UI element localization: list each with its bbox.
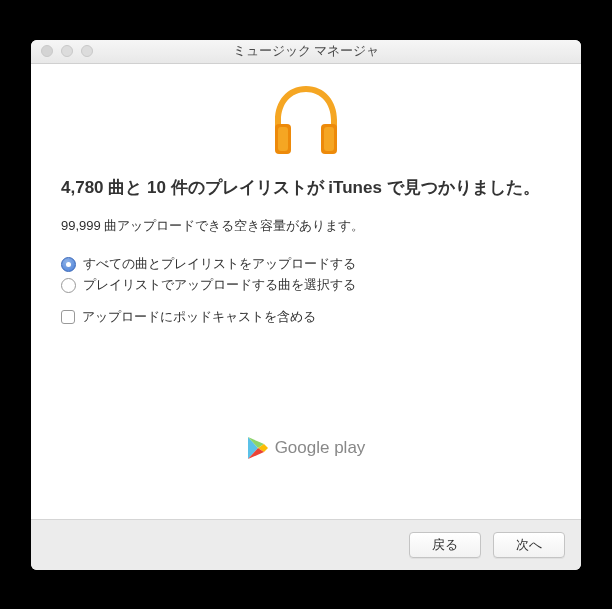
svg-rect-3 xyxy=(324,127,334,151)
radio-label-select: プレイリストでアップロードする曲を選択する xyxy=(83,276,356,294)
radio-upload-all[interactable]: すべての曲とプレイリストをアップロードする xyxy=(61,255,551,273)
checkbox-label-podcasts: アップロードにポッドキャストを含める xyxy=(82,308,316,326)
google-play-logo: Google play xyxy=(61,436,551,460)
button-bar: 戻る 次へ xyxy=(31,519,581,570)
titlebar[interactable]: ミュージック マネージャ xyxy=(31,40,581,64)
back-button[interactable]: 戻る xyxy=(409,532,481,558)
play-triangle-icon xyxy=(247,436,269,460)
zoom-window-button[interactable] xyxy=(81,45,93,57)
traffic-lights xyxy=(31,45,93,57)
content-area: 4,780 曲と 10 件のプレイリストが iTunes で見つかりました。 9… xyxy=(31,64,581,519)
radio-input-all[interactable] xyxy=(61,257,76,272)
headphones-icon xyxy=(61,84,551,156)
checkbox-include-podcasts[interactable]: アップロードにポッドキャストを含める xyxy=(61,308,551,326)
close-window-button[interactable] xyxy=(41,45,53,57)
capacity-text: 99,999 曲アップロードできる空き容量があります。 xyxy=(61,217,551,235)
radio-input-select[interactable] xyxy=(61,278,76,293)
radio-label-all: すべての曲とプレイリストをアップロードする xyxy=(83,255,356,273)
upload-option-group: すべての曲とプレイリストをアップロードする プレイリストでアップロードする曲を選… xyxy=(61,255,551,294)
checkbox-input-podcasts[interactable] xyxy=(61,310,75,324)
svg-rect-2 xyxy=(278,127,288,151)
music-manager-window: ミュージック マネージャ 4,780 曲と 10 件のプレイリストが iTune… xyxy=(31,40,581,570)
next-button[interactable]: 次へ xyxy=(493,532,565,558)
google-play-text: Google play xyxy=(275,438,366,458)
minimize-window-button[interactable] xyxy=(61,45,73,57)
window-title: ミュージック マネージャ xyxy=(31,42,581,60)
heading-text: 4,780 曲と 10 件のプレイリストが iTunes で見つかりました。 xyxy=(61,176,551,200)
radio-select-playlists[interactable]: プレイリストでアップロードする曲を選択する xyxy=(61,276,551,294)
